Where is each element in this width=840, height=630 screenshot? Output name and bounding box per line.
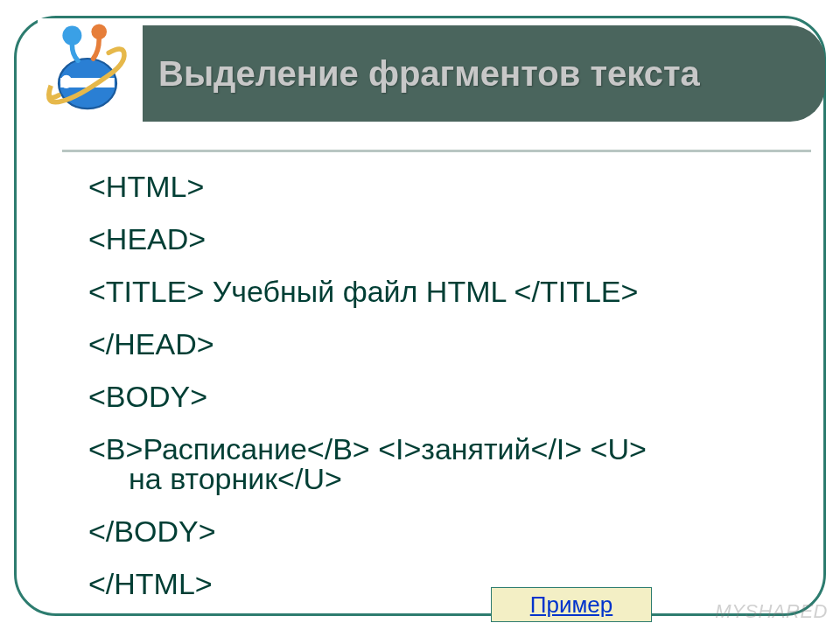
italic-text: занятий: [421, 432, 530, 466]
ie-logo: [38, 18, 137, 118]
tag-b-open: <B>: [88, 432, 143, 466]
tag-b-close-i-open: </B> <I>: [307, 432, 421, 466]
ie-logo-icon: [39, 20, 136, 116]
tag-title-close: </TITLE>: [514, 275, 639, 308]
example-link-box[interactable]: Пример: [491, 587, 652, 622]
code-block: <HTML> <HEAD> <TITLE> Учебный файл HTML …: [88, 172, 780, 621]
underline-text: на вторник: [129, 462, 277, 495]
code-line-7: </BODY>: [88, 516, 780, 546]
tag-title-open: <TITLE>: [88, 275, 213, 308]
tag-u-close: </U>: [277, 462, 342, 495]
header-divider: [62, 150, 811, 152]
code-line-5: <BODY>: [88, 382, 780, 411]
svg-point-2: [62, 26, 81, 46]
svg-point-4: [60, 75, 72, 88]
header-box: Выделение фрагментов текста: [143, 25, 825, 122]
code-line-4: </HEAD>: [88, 329, 780, 359]
code-line-8: </HTML>: [88, 569, 780, 598]
code-line-1: <HTML>: [88, 172, 780, 201]
bold-text: Расписание: [143, 432, 306, 466]
code-line-6: <B>Расписание</B> <I>занятий</I> <U> на …: [88, 434, 780, 494]
slide-frame: Выделение фрагментов текста <HTML> <HEAD…: [14, 16, 826, 616]
title-text: Учебный файл HTML: [213, 275, 514, 308]
watermark: MYSHARED: [715, 600, 828, 623]
code-line-2: <HEAD>: [88, 224, 780, 254]
code-line-3: <TITLE> Учебный файл HTML </TITLE>: [88, 276, 780, 306]
tag-i-close-u-open: </I> <U>: [531, 432, 647, 466]
example-link[interactable]: Пример: [530, 592, 612, 619]
slide-title: Выделение фрагментов текста: [158, 53, 700, 94]
